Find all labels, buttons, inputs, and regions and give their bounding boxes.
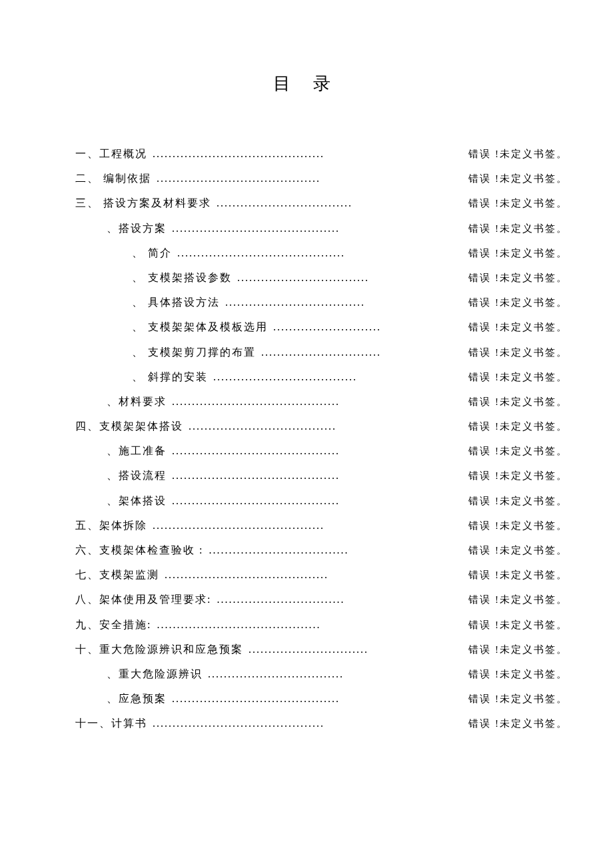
toc-error-text: 错误 !未定义书签。 [468, 247, 568, 259]
toc-leader-dots: ........................................… [153, 147, 324, 160]
toc-entry-label: 、应急预案 [107, 692, 167, 705]
toc-entry: 十一、计算书..................................… [75, 717, 568, 729]
toc-error-text: 错误 !未定义书签。 [468, 544, 568, 556]
toc-entry-label: 十、重大危险源辨识和应急预案 [75, 643, 243, 655]
toc-entry: 、 斜撑的安装.................................… [75, 370, 568, 383]
toc-leader-dots: ........................................… [153, 717, 324, 729]
toc-error-text: 错误 !未定义书签。 [468, 222, 568, 234]
table-of-contents: 一、工程概况..................................… [0, 147, 613, 730]
toc-error-text: 错误 !未定义书签。 [468, 346, 568, 358]
toc-leader-dots: ........................................… [157, 618, 320, 631]
toc-entry-label: 三、 搭设方案及材料要求 [75, 197, 211, 209]
toc-entry-label: 、材料要求 [107, 395, 167, 408]
toc-leader-dots: .................................. [217, 197, 352, 209]
toc-entry-label: 一、工程概况 [75, 147, 147, 160]
toc-error-text: 错误 !未定义书签。 [468, 594, 568, 606]
toc-entry-label: 、重大危险源辨识 [107, 667, 203, 680]
toc-leader-dots: .................................. [208, 667, 344, 680]
toc-entry: 、 简介....................................… [75, 246, 568, 259]
toc-entry: 、架体搭设...................................… [75, 494, 568, 507]
toc-leader-dots: ........................... [273, 320, 381, 333]
toc-entry: 四、支模架架体搭设...............................… [75, 420, 568, 432]
toc-entry-label: 、 支模架架体及模板选用 [132, 320, 268, 333]
toc-entry-label: 五、架体拆除 [75, 519, 147, 532]
toc-leader-dots: .................................... [213, 370, 357, 383]
toc-entry: 、应急预案...................................… [75, 692, 568, 705]
toc-entry: 六、支模架体检查验收 :............................… [75, 544, 568, 556]
toc-entry-label: 、 具体搭设方法 [132, 296, 220, 308]
toc-leader-dots: ..................................... [189, 420, 336, 432]
toc-entry: 九、安全措施:.................................… [75, 618, 568, 631]
toc-error-text: 错误 !未定义书签。 [468, 520, 568, 532]
toc-entry: 、搭设方案...................................… [75, 222, 568, 234]
toc-leader-dots: ........................................… [172, 692, 340, 705]
toc-error-text: 错误 !未定义书签。 [468, 717, 568, 729]
toc-error-text: 错误 !未定义书签。 [468, 148, 568, 160]
toc-entry-label: 四、支模架架体搭设 [75, 420, 183, 432]
toc-entry-label: 、搭设流程 [107, 469, 167, 482]
toc-error-text: 错误 !未定义书签。 [468, 197, 568, 209]
toc-entry-label: 、搭设方案 [107, 222, 167, 234]
toc-leader-dots: ........................................… [172, 494, 340, 507]
toc-leader-dots: ........................................… [172, 222, 340, 234]
toc-error-text: 错误 !未定义书签。 [468, 619, 568, 631]
toc-entry-label: 、 斜撑的安装 [132, 370, 208, 383]
toc-leader-dots: .............................. [261, 346, 381, 358]
toc-entry-label: 十一、计算书 [75, 717, 147, 729]
page-title: 目 录 [0, 72, 613, 95]
toc-leader-dots: ........................................… [177, 246, 345, 259]
toc-leader-dots: ................................ [217, 593, 344, 606]
toc-error-text: 错误 !未定义书签。 [468, 693, 568, 705]
toc-entry-label: 、 支模架剪刀撑的布置 [132, 346, 256, 358]
toc-entry: 、材料要求...................................… [75, 395, 568, 408]
toc-error-text: 错误 !未定义书签。 [468, 296, 568, 308]
toc-entry: 、重大危险源辨识................................… [75, 667, 568, 680]
toc-entry-label: 八、架体使用及管理要求: [75, 593, 211, 606]
toc-error-text: 错误 !未定义书签。 [468, 644, 568, 655]
toc-leader-dots: ........................................… [153, 519, 324, 532]
toc-leader-dots: ................................... [209, 544, 348, 556]
toc-entry: 一、工程概况..................................… [75, 147, 568, 160]
toc-error-text: 错误 !未定义书签。 [468, 321, 568, 333]
toc-error-text: 错误 !未定义书签。 [468, 668, 568, 680]
toc-leader-dots: ................................... [225, 296, 365, 308]
toc-entry-label: 、 支模架搭设参数 [132, 271, 232, 284]
toc-leader-dots: ........................................… [172, 444, 340, 457]
toc-entry: 七、支模架监测.................................… [75, 568, 568, 581]
toc-entry-label: 、 简介 [132, 246, 172, 259]
toc-entry: 十、重大危险源辨识和应急预案..........................… [75, 643, 568, 655]
toc-entry-label: 七、支模架监测 [75, 568, 159, 581]
toc-entry: 、 支模架剪刀撑的布置.............................… [75, 346, 568, 358]
toc-error-text: 错误 !未定义书签。 [468, 569, 568, 581]
toc-leader-dots: .............................. [249, 643, 368, 655]
toc-error-text: 错误 !未定义书签。 [468, 495, 568, 507]
toc-entry: 、 支模架架体及模板选用...........................错… [75, 320, 568, 333]
toc-entry-label: 二、 编制依据 [75, 172, 151, 185]
toc-entry-label: 九、安全措施: [75, 618, 151, 631]
toc-entry: 八、架体使用及管理要求:............................… [75, 593, 568, 606]
toc-leader-dots: ........................................… [157, 172, 320, 185]
toc-leader-dots: ................................. [237, 271, 369, 284]
toc-error-text: 错误 !未定义书签。 [468, 173, 568, 185]
toc-leader-dots: ........................................… [172, 469, 340, 482]
toc-entry-label: 六、支模架体检查验收 : [75, 544, 203, 556]
toc-error-text: 错误 !未定义书签。 [468, 470, 568, 482]
toc-error-text: 错误 !未定义书签。 [468, 272, 568, 284]
toc-entry-label: 、架体搭设 [107, 494, 167, 507]
toc-entry: 五、架体拆除..................................… [75, 519, 568, 532]
toc-error-text: 错误 !未定义书签。 [468, 445, 568, 457]
toc-entry: 、施工准备...................................… [75, 444, 568, 457]
toc-error-text: 错误 !未定义书签。 [468, 371, 568, 383]
toc-entry: 三、 搭设方案及材料要求............................… [75, 197, 568, 209]
toc-leader-dots: ........................................… [172, 395, 340, 408]
toc-entry: 二、 编制依据.................................… [75, 172, 568, 185]
toc-entry: 、 具体搭设方法................................… [75, 296, 568, 308]
toc-entry-label: 、施工准备 [107, 444, 167, 457]
toc-entry: 、 支模架搭设参数...............................… [75, 271, 568, 284]
toc-entry: 、搭设流程...................................… [75, 469, 568, 482]
toc-error-text: 错误 !未定义书签。 [468, 420, 568, 432]
toc-leader-dots: ........................................… [165, 568, 328, 581]
toc-error-text: 错误 !未定义书签。 [468, 396, 568, 408]
